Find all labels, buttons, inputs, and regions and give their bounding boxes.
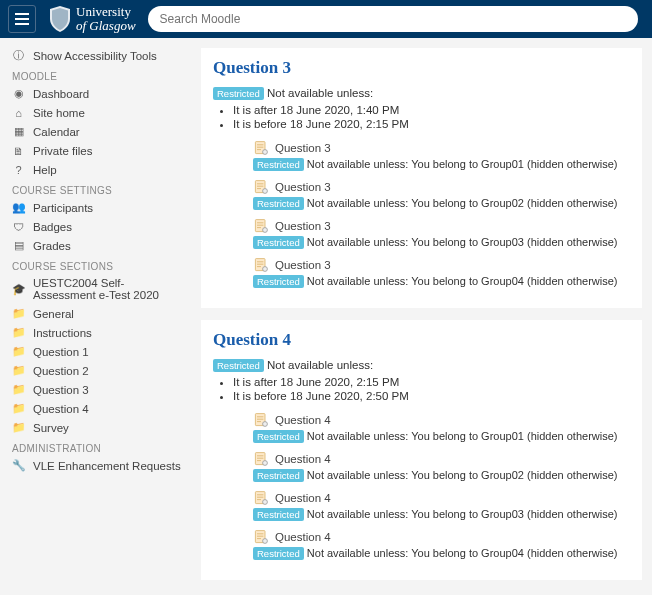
activity: Question 3 (253, 218, 630, 234)
restricted-badge: Restricted (253, 469, 304, 482)
restricted-badge: Restricted (253, 236, 304, 249)
activity-link[interactable]: Question 3 (253, 140, 630, 156)
sidebar: ⓘShow Accessibility Tools MOODLE ◉Dashbo… (0, 38, 197, 595)
activity-name: Question 3 (275, 181, 331, 193)
sidebar-private[interactable]: 🗎Private files (0, 141, 197, 160)
restricted-badge: Restricted (213, 359, 264, 372)
condition-list: It is after 18 June 2020, 1:40 PMIt is b… (233, 104, 630, 130)
folder-icon: 📁 (12, 383, 25, 396)
activity-link[interactable]: Question 3 (253, 179, 630, 195)
home-icon: ⌂ (12, 106, 25, 119)
restriction-message: Not available unless: You belong to Grou… (304, 469, 618, 481)
activity: Question 4 (253, 412, 630, 428)
search-box[interactable] (148, 6, 638, 32)
sidebar-sitehome[interactable]: ⌂Site home (0, 103, 197, 122)
activity-restriction: Restricted Not available unless: You bel… (253, 469, 630, 482)
help-icon: ? (12, 163, 25, 176)
sidebar-head-admin: ADMINISTRATION (0, 437, 197, 456)
activity-link[interactable]: Question 4 (253, 529, 630, 545)
activity-restriction: Restricted Not available unless: You bel… (253, 158, 630, 171)
sidebar-calendar[interactable]: ▦Calendar (0, 122, 197, 141)
condition-item: It is after 18 June 2020, 1:40 PM (233, 104, 630, 116)
restriction-message: Not available unless: You belong to Grou… (304, 430, 618, 442)
sidebar-grades[interactable]: ▤Grades (0, 236, 197, 255)
restricted-badge: Restricted (253, 547, 304, 560)
folder-icon: 📁 (12, 326, 25, 339)
activity: Question 4 (253, 490, 630, 506)
activity-link[interactable]: Question 4 (253, 490, 630, 506)
restriction-message: Not available unless: You belong to Grou… (304, 158, 618, 170)
sidebar-accessibility[interactable]: ⓘShow Accessibility Tools (0, 46, 197, 65)
sidebar-help[interactable]: ?Help (0, 160, 197, 179)
sidebar-q2[interactable]: 📁Question 2 (0, 361, 197, 380)
quiz-icon (253, 140, 269, 156)
condition-item: It is before 18 June 2020, 2:50 PM (233, 390, 630, 402)
activity: Question 4 (253, 529, 630, 545)
condition-item: It is before 18 June 2020, 2:15 PM (233, 118, 630, 130)
restriction-message: Not available unless: You belong to Grou… (304, 508, 618, 520)
activity-name: Question 3 (275, 142, 331, 154)
availability-text: Not available unless: (264, 359, 373, 371)
activity-name: Question 4 (275, 414, 331, 426)
activity-restriction: Restricted Not available unless: You bel… (253, 275, 630, 288)
logo[interactable]: Universityof Glasgow (48, 5, 136, 34)
activity: Question 3 (253, 140, 630, 156)
restriction-message: Not available unless: You belong to Grou… (304, 236, 618, 248)
quiz-icon (253, 218, 269, 234)
sidebar-badges[interactable]: 🛡Badges (0, 217, 197, 236)
section-card: Question 4Restricted Not available unles… (201, 320, 642, 580)
restriction-message: Not available unless: You belong to Grou… (304, 197, 618, 209)
section-title[interactable]: Question 4 (213, 330, 630, 350)
activity-name: Question 4 (275, 531, 331, 543)
logo-line2: of Glasgow (76, 19, 136, 33)
sidebar-q4[interactable]: 📁Question 4 (0, 399, 197, 418)
activity-name: Question 4 (275, 492, 331, 504)
menu-toggle[interactable] (8, 5, 36, 33)
sidebar-head-moodle: MOODLE (0, 65, 197, 84)
sidebar-q1[interactable]: 📁Question 1 (0, 342, 197, 361)
sidebar-general[interactable]: 📁General (0, 304, 197, 323)
quiz-icon (253, 412, 269, 428)
sidebar-course[interactable]: 🎓UESTC2004 Self-Assessment e-Test 2020 (0, 274, 197, 304)
activity: Question 4 (253, 451, 630, 467)
restriction-message: Not available unless: You belong to Grou… (304, 547, 618, 559)
sidebar-dashboard[interactable]: ◉Dashboard (0, 84, 197, 103)
activity-name: Question 4 (275, 453, 331, 465)
activity-restriction: Restricted Not available unless: You bel… (253, 508, 630, 521)
sidebar-instructions[interactable]: 📁Instructions (0, 323, 197, 342)
folder-icon: 📁 (12, 345, 25, 358)
activity-link[interactable]: Question 4 (253, 451, 630, 467)
sidebar-vle[interactable]: 🔧VLE Enhancement Requests (0, 456, 197, 475)
restricted-badge: Restricted (253, 430, 304, 443)
restricted-badge: Restricted (253, 275, 304, 288)
sidebar-survey[interactable]: 📁Survey (0, 418, 197, 437)
activity-link[interactable]: Question 3 (253, 218, 630, 234)
activity-restriction: Restricted Not available unless: You bel… (253, 547, 630, 560)
info-icon: ⓘ (12, 49, 25, 62)
graduation-icon: 🎓 (12, 283, 25, 296)
shield-icon (48, 5, 72, 33)
folder-icon: 📁 (12, 307, 25, 320)
calendar-icon: ▦ (12, 125, 25, 138)
search-input[interactable] (160, 12, 626, 26)
folder-icon: 📁 (12, 421, 25, 434)
activity-link[interactable]: Question 4 (253, 412, 630, 428)
gauge-icon: ◉ (12, 87, 25, 100)
grades-icon: ▤ (12, 239, 25, 252)
wrench-icon: 🔧 (12, 459, 25, 472)
sidebar-participants[interactable]: 👥Participants (0, 198, 197, 217)
activity-link[interactable]: Question 3 (253, 257, 630, 273)
activity-restriction: Restricted Not available unless: You bel… (253, 197, 630, 210)
folder-icon: 📁 (12, 402, 25, 415)
sidebar-q3[interactable]: 📁Question 3 (0, 380, 197, 399)
activity: Question 3 (253, 257, 630, 273)
folder-icon: 📁 (12, 364, 25, 377)
section-title[interactable]: Question 3 (213, 58, 630, 78)
activity: Question 3 (253, 179, 630, 195)
sidebar-head-settings: COURSE SETTINGS (0, 179, 197, 198)
file-icon: 🗎 (12, 144, 25, 157)
restriction-message: Not available unless: You belong to Grou… (304, 275, 618, 287)
condition-list: It is after 18 June 2020, 2:15 PMIt is b… (233, 376, 630, 402)
activity-restriction: Restricted Not available unless: You bel… (253, 236, 630, 249)
availability-text: Not available unless: (264, 87, 373, 99)
